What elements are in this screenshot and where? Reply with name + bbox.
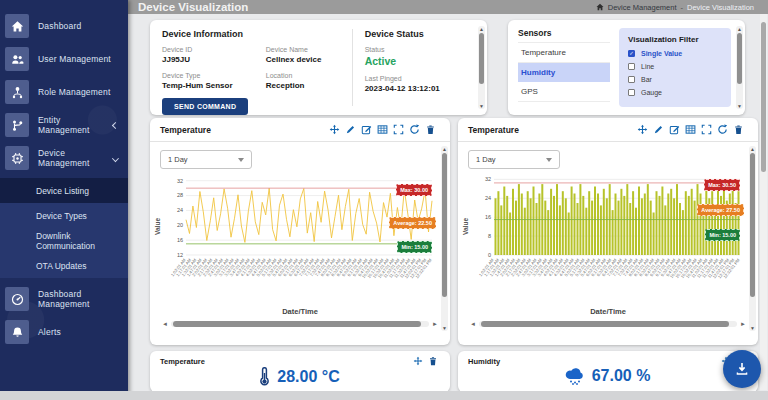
visualization-filter-box: Visualization Filter Single Value Line B… [619,28,731,107]
temperature-value-card: Temperature 28.00 °C [150,351,450,392]
svg-text:32: 32 [485,176,491,182]
chart-title: Temperature [160,125,211,135]
svg-text:8: 8 [488,233,491,239]
checkbox-icon[interactable] [628,76,635,83]
fullscreen-icon[interactable] [393,124,404,135]
filter-option-gauge[interactable]: Gauge [628,89,722,96]
filter-option-line[interactable]: Line [628,63,722,70]
field-value: Temp-Hum Sensor [162,81,248,90]
chart-vertical-scrollbar[interactable]: ▲▼ [749,146,756,331]
sensor-item-humidity[interactable]: Humidity [518,63,610,82]
cloud-rain-icon [564,367,586,385]
y-axis-label: Value [154,218,161,235]
status-badge: Active [365,55,473,67]
sidebar: Dashboard User Management Role Managemen… [0,0,128,400]
home-icon [5,14,29,38]
table-icon[interactable] [685,124,696,135]
value-card-title: Temperature [160,357,205,366]
svg-text:24: 24 [177,207,183,213]
fullscreen-icon[interactable] [701,124,712,135]
annotate-icon[interactable] [669,124,680,135]
sidebar-item-role-management[interactable]: Role Management [0,79,128,105]
chart-toolbar [329,124,436,135]
sensors-panel-scrollbar[interactable]: ▲▼ [736,26,743,109]
sidebar-subitem-device-listing[interactable]: Device Listing [0,178,128,203]
move-icon[interactable] [637,124,648,135]
checkbox-icon[interactable] [628,63,635,70]
device-status-section: Device Status Status Active Last Pinged … [352,29,473,106]
sidebar-subitem-downlink-communication[interactable]: Downlink Communication [0,228,128,253]
scroll-left-icon[interactable]: ◄ [470,320,476,328]
svg-text:32: 32 [177,178,183,184]
field-label: Device ID [162,46,248,53]
delete-icon[interactable] [428,356,438,366]
select-caret-icon [546,158,552,162]
filter-option-single-value[interactable]: Single Value [628,50,722,57]
value-card-title: Humidity [468,357,500,366]
sidebar-item-dashboard[interactable]: Dashboard [0,13,128,39]
checkbox-icon[interactable] [628,89,635,96]
sidebar-item-entity-management[interactable]: Entity Management [0,112,128,138]
table-icon[interactable] [377,124,388,135]
sidebar-item-label: Role Management [38,87,110,97]
min-badge: Min: 15.00 [705,229,740,241]
y-axis-label: Value [462,218,469,235]
download-fab-button[interactable] [723,350,761,388]
time-range-select[interactable]: 1 Day [468,150,560,169]
filter-option-label: Line [641,63,654,70]
max-badge: Max: 30.50 [704,179,740,191]
sidebar-item-user-management[interactable]: User Management [0,46,128,72]
chart-vertical-scrollbar[interactable]: ▲▼ [441,146,448,331]
page-scrollbar[interactable] [760,14,767,390]
breadcrumb-current-page: Device Visualization [687,3,754,12]
bar-chart-body: Value 081624321:02:01 AM1:17:01 AM1:32:0… [462,171,754,311]
sensor-item-gps[interactable]: GPS [518,82,610,102]
chart-toolbar [637,124,744,135]
sidebar-item-device-management[interactable]: Device Management [0,145,128,171]
svg-text:20: 20 [177,222,183,228]
sidebar-item-alerts[interactable]: Alerts [0,319,128,345]
sensor-item-temperature[interactable]: Temperature [518,43,610,63]
device-info-fields: Device ID JJ95JU Device Name Cellnex dev… [162,46,352,90]
sidebar-item-label: Dashboard [38,21,81,31]
move-icon[interactable] [329,124,340,135]
sensors-panel: Sensors Temperature Humidity GPS Visuali… [508,20,745,115]
scroll-right-icon[interactable]: ► [432,320,438,328]
field-location: Location Reception [266,72,352,90]
device-info-panel: Device Information Device ID JJ95JU Devi… [150,20,487,115]
svg-text:0: 0 [488,252,491,258]
breadcrumb-separator: - [681,3,684,12]
edit-pencil-icon[interactable] [345,124,356,135]
scroll-right-icon[interactable]: ► [740,320,746,328]
time-range-select[interactable]: 1 Day [160,150,252,169]
scroll-left-icon[interactable]: ◄ [162,320,168,328]
last-pinged-label: Last Pinged [365,75,473,82]
send-command-button[interactable]: SEND COMMAND [162,98,248,115]
users-icon [5,47,29,71]
chevron-down-icon [112,155,119,162]
sidebar-subitem-device-types[interactable]: Device Types [0,203,128,228]
checkbox-checked-icon[interactable] [628,50,635,57]
delete-icon[interactable] [733,124,744,135]
delete-icon[interactable] [425,124,436,135]
sidebar-subitem-ota-updates[interactable]: OTA Updates [0,253,128,278]
info-panel-scrollbar[interactable]: ▲▼ [478,26,485,109]
filter-option-bar[interactable]: Bar [628,76,722,83]
device-sensor-icon [5,146,29,170]
chart-horizontal-scrollbar[interactable]: ◄ ► [470,320,746,328]
move-icon[interactable] [413,356,423,366]
humidity-value-card: Humidity 67.00 % [458,351,758,392]
temperature-line-chart-panel: Temperature 1 Day Value 1216202428321:02… [150,118,450,345]
sidebar-item-dashboard-management[interactable]: Dashboard Management [0,286,128,312]
breadcrumb-section[interactable]: Device Management [608,3,677,12]
edit-pencil-icon[interactable] [653,124,664,135]
chart-panel-header: Temperature [150,118,450,142]
refresh-icon[interactable] [409,124,420,135]
svg-text:24: 24 [485,195,491,201]
chart-horizontal-scrollbar[interactable]: ◄ ► [162,320,438,328]
device-management-submenu: Device Listing Device Types Downlink Com… [0,178,128,278]
annotate-icon[interactable] [361,124,372,135]
breadcrumb-home-icon[interactable] [596,3,604,11]
visualization-filter-title: Visualization Filter [628,35,722,44]
refresh-icon[interactable] [717,124,728,135]
